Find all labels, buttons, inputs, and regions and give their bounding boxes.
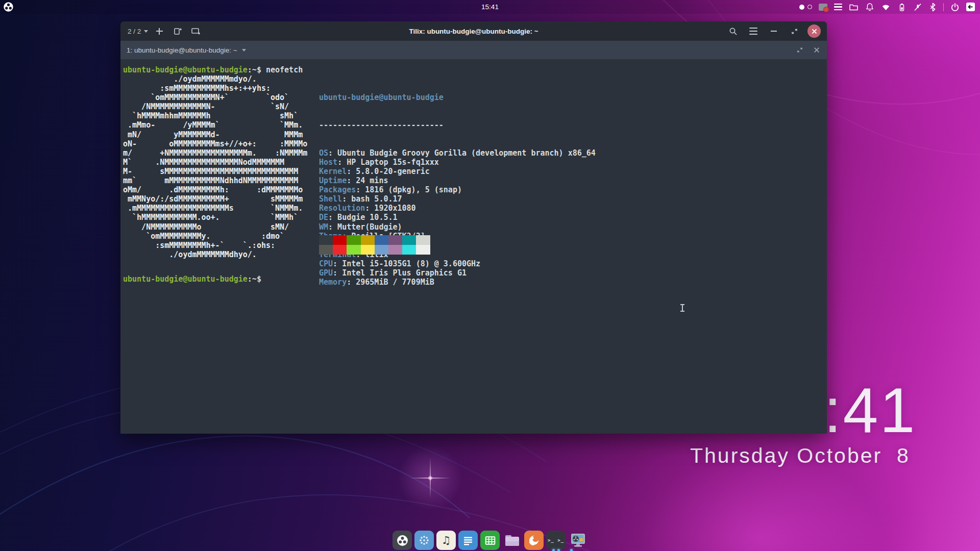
text-cursor-ibeam [682,304,683,312]
info-label: CPU [319,259,333,268]
neofetch-info-row: Kernel: 5.8.0-20-generic [319,167,596,176]
budgie-logo-icon [396,534,409,547]
session-title-label: 1: ubuntu-budgie@ubuntu-budgie: ~ [127,46,237,54]
window-menu-button[interactable] [746,24,761,38]
palette-block [388,245,402,255]
info-label: GPU [319,268,333,278]
neofetch-info-rows: OS: Ubuntu Budgie Groovy Gorilla (develo… [319,148,596,287]
workspace-switcher[interactable] [799,0,812,14]
tab-counter-dropdown[interactable]: 2 / 2 [128,28,148,35]
prompt-suffix: :~$ [248,65,261,74]
chevron-down-icon [242,49,246,52]
neofetch-ascii: ./oydmMMMMMMmdyo/. :smMMMMMMMMMMMhs+:++y… [123,74,307,259]
neofetch-separator: --------------------------- [319,120,444,130]
neofetch-info: ubuntu-budgie@ubuntu-budgie ------------… [319,74,596,305]
system-tray [799,0,980,14]
power-button[interactable] [950,0,960,14]
dock-item-software-boutique[interactable] [414,531,434,550]
neofetch-info-row: Memory: 2965MiB / 7709MiB [319,278,596,287]
dock-item-multimedia[interactable] [568,531,587,550]
music-note-icon: ♫ [442,535,451,546]
running-indicator [557,549,560,551]
software-update-tray[interactable] [819,0,827,14]
palette-block [388,235,402,245]
palette-block [402,235,416,245]
raven-toggle-button[interactable] [966,0,975,14]
wifi-icon [881,3,891,11]
minimize-button[interactable] [767,24,781,38]
split-down-button[interactable] [189,24,203,38]
notifications-button[interactable] [865,0,874,14]
mic-muted-button[interactable] [913,0,922,14]
info-value: : Ubuntu Budgie Groovy Gorilla (developm… [328,148,596,158]
mic-muted-icon [913,3,922,12]
info-label: WM [319,222,328,232]
tilix-window: 2 / 2 Tilix: ubuntu-budgi [120,21,827,434]
files-tray-button[interactable] [849,0,859,14]
split-right-button[interactable] [170,24,185,38]
palette-block [375,245,388,255]
prompt-user: ubuntu-budgie@ubuntu-budgie [123,65,248,74]
terminal-pane[interactable]: ubuntu-budgie@ubuntu-budgie:~$ neofetch … [120,59,827,434]
dock-item-budgie-desktop-settings[interactable] [393,531,412,550]
budgie-logo-icon [3,2,14,12]
budgie-menu-button[interactable] [2,0,15,14]
session-title-dropdown[interactable]: 1: ubuntu-budgie@ubuntu-budgie: ~ [120,46,246,54]
neofetch-info-row: Resolution: 980x551 [319,204,596,213]
neofetch-info-row: Packages: 1816 (dpkg), 5 (snap) [319,185,596,194]
workspace-inactive-dot[interactable] [807,5,812,9]
info-value: : Budgie 10.5.1 [328,213,397,222]
dock-item-rhythmbox[interactable]: ♫ [436,531,456,550]
info-label: Shell [319,194,342,204]
info-value: : 2965MiB / 7709MiB [347,278,434,287]
info-label: DE [319,213,328,222]
dock-item-files[interactable] [502,531,522,550]
running-indicator [570,549,573,551]
bell-icon [865,3,874,12]
workspace-active-dot[interactable] [799,5,804,10]
battery-button[interactable] [897,0,906,14]
prompt-user: ubuntu-budgie@ubuntu-budgie [123,274,248,284]
session-close-icon[interactable] [814,47,820,53]
palette-block [361,245,375,255]
info-value: : Intel i5-1035G1 (8) @ 3.600GHz [333,259,480,268]
neofetch-info-row: GPU: Intel Iris Plus Graphics G1 [319,268,596,278]
palette-block [361,235,375,245]
app-grid-dots-icon [418,534,430,546]
dock-item-libreoffice-writer[interactable] [458,531,478,550]
new-terminal-button[interactable] [152,24,166,38]
search-button[interactable] [726,24,740,38]
desktop-clock-time: :41 [824,379,916,442]
palette-block [319,235,333,245]
network-button[interactable] [881,0,891,14]
neofetch-palette [319,235,430,255]
panel-clock[interactable]: 15:41 [481,0,499,14]
info-label: Uptime [319,176,347,185]
split-right-icon [173,27,182,36]
session-maximize-icon[interactable] [796,46,803,54]
window-title: Tilix: ubuntu-budgie@ubuntu-budgie: ~ [409,28,538,35]
terminal-prompts-icon: >_ >_ [548,538,564,543]
titlebar[interactable]: 2 / 2 Tilix: ubuntu-budgi [120,21,827,41]
info-value: : 5.8.0-20-generic [347,167,430,176]
bluetooth-button[interactable] [929,0,937,14]
minimize-icon [771,31,777,32]
info-value: : Intel Iris Plus Graphics G1 [333,268,467,278]
maximize-button[interactable] [787,24,801,38]
spreadsheet-grid-icon [484,534,497,547]
dock-item-tilix[interactable]: >_ >_ [546,531,566,550]
info-label: Resolution [319,204,365,213]
tab-counter-label: 2 / 2 [128,28,141,35]
text-lines-icon [462,534,474,546]
dock-item-libreoffice-calc[interactable] [480,531,500,550]
tray-menu-button[interactable] [834,0,842,14]
neofetch-info-row: Host: HP Laptop 15s-fq1xxx [319,158,596,167]
info-value: : 980x551 [365,204,415,213]
software-update-icon [819,4,827,11]
multimedia-monitor-icon [569,532,586,548]
dock-item-firefox[interactable] [524,531,544,550]
session-bar[interactable]: 1: ubuntu-budgie@ubuntu-budgie: ~ [120,41,827,59]
dock: ♫ [393,531,587,550]
info-label: Packages [319,185,356,194]
close-button[interactable] [807,24,821,38]
